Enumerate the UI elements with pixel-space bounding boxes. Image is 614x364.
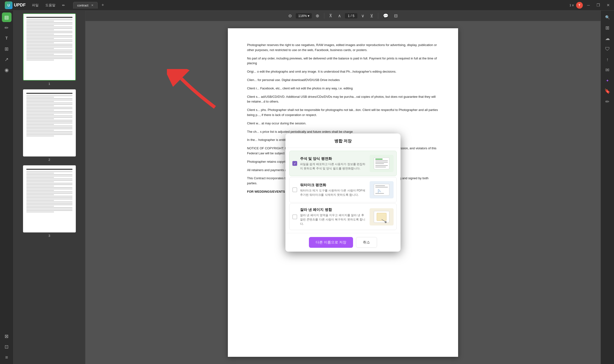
svg-rect-2 (375, 159, 382, 160)
right-tool-mail[interactable]: ✉ (603, 65, 612, 75)
thumbnail-label-3: 3 (48, 234, 50, 237)
top-bar-right: 1 ∨ T ─ ❐ ✕ (569, 2, 612, 9)
thumbnail-image-1 (23, 13, 76, 80)
option-1-text: 주석 및 양식 평면화 파일을 쉽게 배포하고 다른 사용자가 정보를 편집하지… (300, 156, 367, 171)
option-3-title: 잘라 낸 페이지 병합 (300, 208, 367, 212)
modal-footer: 다른 이름으로 저장 취소 (286, 233, 401, 252)
tab-add-button[interactable]: + (99, 2, 106, 9)
watermark-icon: A (372, 182, 391, 197)
pdf-toolbar: ⊖ 116% ▾ ⊕ ⊼ ∧ 1 / 5 ∨ ⊻ 💬 ⊟ (85, 11, 600, 21)
svg-rect-10 (375, 185, 385, 186)
app-name: UPDF (14, 3, 26, 8)
thumbnail-image-3 (23, 165, 76, 233)
right-tool-bookmark[interactable]: 🔖 (603, 86, 612, 96)
tab-contract[interactable]: contract ✕ (73, 2, 98, 9)
thumbnail-item-3[interactable]: 3 (16, 165, 82, 237)
right-tool-ai[interactable]: ✦ (603, 76, 612, 85)
menu-bar: 파일 도움말 ✏ (28, 2, 68, 8)
thumbnail-item-1[interactable]: 1 (16, 13, 82, 86)
zoom-in-button[interactable]: ⊕ (314, 12, 321, 19)
option-1-checkbox[interactable]: ✓ (292, 161, 297, 166)
zoom-out-button[interactable]: ⊖ (286, 12, 294, 19)
minimize-button[interactable]: ─ (585, 3, 592, 7)
option-1-preview (369, 155, 394, 172)
option-2-preview: A (369, 181, 394, 198)
sidebar-tool-protect[interactable]: ⊠ (2, 331, 12, 341)
svg-point-16 (385, 221, 387, 223)
tab-close-button[interactable]: ✕ (91, 4, 94, 7)
modal-dialog: 병합 저장 ✓ 주석 및 양식 평면화 파일을 쉽게 배포하고 다른 사용자가 … (286, 133, 401, 252)
app-logo: U UPDF (2, 1, 28, 9)
option-3-preview (369, 208, 394, 225)
thumbnail-panel: 1 2 (14, 11, 85, 364)
option-2-checkbox[interactable] (292, 187, 297, 192)
right-tool-search[interactable]: 🔍 (603, 13, 612, 22)
view-button[interactable]: ⊟ (392, 12, 400, 19)
separator-2 (378, 13, 378, 19)
logo-icon: U (5, 1, 13, 9)
cancel-button[interactable]: 취소 (356, 237, 377, 248)
option-2-desc: 워터마크 제거 도구를 사용하여 다른 사람이 PDF에 추가된 워터마크를 삭… (300, 188, 367, 197)
right-tool-share[interactable]: ↑ (603, 55, 612, 64)
sidebar-tool-annotate[interactable]: ✏ (2, 23, 12, 33)
preview-crop-image (369, 208, 394, 225)
first-page-button[interactable]: ⊼ (327, 12, 334, 19)
restore-button[interactable]: ❐ (594, 3, 602, 7)
sidebar-tool-convert[interactable]: ↗ (2, 55, 12, 64)
red-arrow (167, 69, 229, 117)
next-page-button[interactable]: ∨ (359, 12, 366, 19)
separator-1 (324, 13, 324, 19)
thumbnail-image-2 (23, 89, 76, 156)
option-3-checkbox[interactable] (292, 214, 297, 219)
close-button[interactable]: ✕ (604, 3, 612, 7)
thumbnail-item-2[interactable]: 2 (16, 89, 82, 161)
left-sidebar: ▤ ✏ T ⊞ ↗ ◉ ⊠ ⊡ ≡ (0, 11, 14, 364)
save-as-button[interactable]: 다른 이름으로 저장 (309, 237, 353, 248)
content-area: ⊖ 116% ▾ ⊕ ⊼ ∧ 1 / 5 ∨ ⊻ 💬 ⊟ Ph (85, 11, 600, 364)
sidebar-tool-pages[interactable]: ⊞ (2, 44, 12, 54)
modal-option-2[interactable]: 워터마크 평면화 워터마크 제거 도구를 사용하여 다른 사람이 PDF에 추가… (289, 177, 397, 203)
right-tool-cloud[interactable]: ☁ (603, 34, 612, 43)
modal-overlay: 병합 저장 ✓ 주석 및 양식 평면화 파일을 쉽게 배포하고 다른 사용자가 … (85, 21, 600, 364)
option-2-text: 워터마크 평면화 워터마크 제거 도구를 사용하여 다른 사람이 PDF에 추가… (300, 183, 367, 197)
main-layout: ▤ ✏ T ⊞ ↗ ◉ ⊠ ⊡ ≡ (0, 11, 614, 364)
svg-rect-6 (375, 165, 388, 166)
sidebar-tool-edit[interactable]: T (2, 34, 12, 43)
top-bar: U UPDF 파일 도움말 ✏ contract ✕ + 1 ∨ T ─ ❐ ✕ (0, 0, 614, 11)
menu-help[interactable]: 도움말 (42, 2, 59, 8)
sidebar-tool-forms[interactable]: ≡ (2, 352, 12, 362)
menu-file[interactable]: 파일 (28, 2, 42, 8)
right-tool-edit[interactable]: ✏ (603, 97, 612, 106)
svg-rect-11 (375, 187, 388, 187)
tab-bar: contract ✕ + (73, 2, 106, 9)
option-1-desc: 파일을 쉽게 배포하고 다른 사용자가 정보를 편집하지 못하도록 주석 및 양… (300, 162, 367, 171)
right-tool-protect[interactable]: 🛡 (603, 44, 612, 54)
edit-pencil-icon[interactable]: ✏ (59, 2, 68, 8)
sidebar-tool-reader[interactable]: ▤ (2, 13, 12, 22)
modal-option-1[interactable]: ✓ 주석 및 양식 평면화 파일을 쉽게 배포하고 다른 사용자가 정보를 편집… (289, 151, 397, 176)
modal-title: 병합 저장 (286, 133, 401, 148)
page-display: 1 / 5 (345, 13, 357, 18)
version-badge: 1 ∨ (569, 3, 574, 7)
sidebar-tool-ocr[interactable]: ◉ (2, 65, 12, 75)
last-page-button[interactable]: ⊻ (368, 12, 375, 19)
sidebar-tool-stamp[interactable]: ⊡ (2, 342, 12, 351)
tab-label: contract (77, 4, 88, 7)
prev-page-button[interactable]: ∧ (336, 12, 343, 19)
zoom-display[interactable]: 116% ▾ (296, 13, 312, 18)
modal-options: ✓ 주석 및 양식 평면화 파일을 쉽게 배포하고 다른 사용자가 정보를 편집… (286, 148, 401, 233)
option-3-text: 잘라 낸 페이지 병합 잘라 낸 페이지 영역을 지우고 페이지를 잘라 낸 후… (300, 208, 367, 226)
user-avatar[interactable]: T (576, 2, 583, 9)
right-sidebar: 🔍 ⊞ ☁ 🛡 ↑ ✉ ✦ 🔖 ✏ (600, 11, 614, 364)
arrow-container (167, 69, 229, 118)
zoom-level: 116% (298, 14, 307, 18)
right-tool-grid[interactable]: ⊞ (603, 23, 612, 33)
thumbnail-label-1: 1 (48, 82, 50, 86)
svg-rect-12 (375, 193, 384, 194)
pdf-viewer[interactable]: Photographer reserves the right to use n… (85, 21, 600, 364)
thumbnail-label-2: 2 (48, 158, 50, 161)
comment-button[interactable]: 💬 (381, 12, 390, 19)
option-2-title: 워터마크 평면화 (300, 183, 367, 187)
crop-icon (372, 210, 391, 224)
modal-option-3[interactable]: 잘라 낸 페이지 병합 잘라 낸 페이지 영역을 지우고 페이지를 잘라 낸 후… (289, 203, 397, 230)
